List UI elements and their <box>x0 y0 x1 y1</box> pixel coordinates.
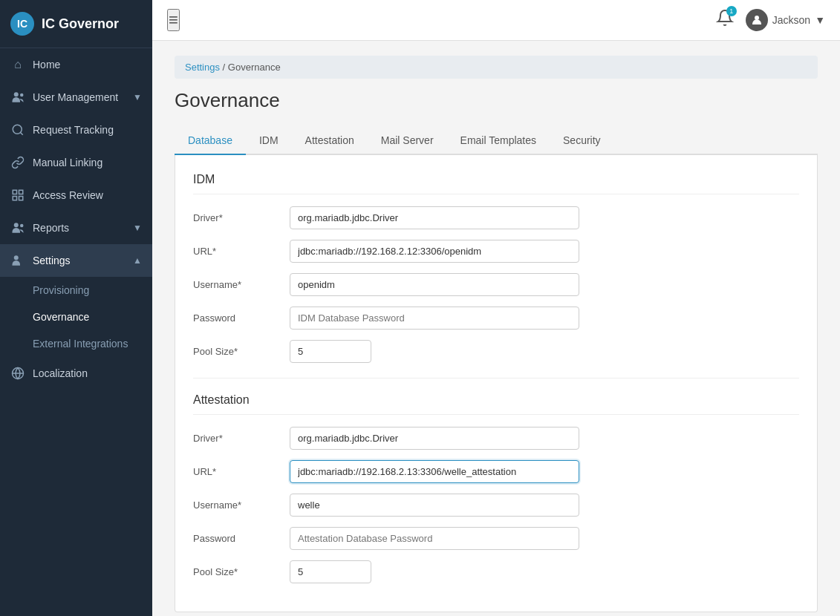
settings-icon <box>10 253 25 268</box>
svg-rect-5 <box>19 190 23 194</box>
reports-arrow: ▼ <box>133 223 142 233</box>
idm-url-input[interactable] <box>290 240 579 263</box>
sidebar-item-user-management-label: User Management <box>33 91 118 103</box>
access-review-icon <box>10 188 25 203</box>
att-pool-size-row: Pool Size* <box>193 560 799 583</box>
svg-point-1 <box>20 94 24 97</box>
svg-point-9 <box>20 224 24 228</box>
home-icon: ⌂ <box>10 57 25 72</box>
user-management-arrow: ▼ <box>133 92 142 102</box>
localization-label: Localization <box>33 367 88 379</box>
governance-label: Governance <box>33 311 89 323</box>
header-right: 1 Jackson ▼ <box>716 9 825 31</box>
idm-section-title: IDM <box>193 173 799 194</box>
att-driver-label: Driver* <box>193 433 290 444</box>
sidebar: IC IC Governor ⌂ Home User Management ▼ … <box>0 0 152 616</box>
att-url-input[interactable] <box>290 460 579 483</box>
idm-pool-size-row: Pool Size* <box>193 340 799 363</box>
sidebar-item-manual-linking[interactable]: Manual Linking <box>0 146 152 179</box>
tabs: Database IDM Attestation Mail Server Ema… <box>175 127 818 155</box>
sidebar-item-access-review-label: Access Review <box>33 189 103 201</box>
att-username-label: Username* <box>193 499 290 511</box>
sidebar-sub-item-governance[interactable]: Governance <box>0 304 152 330</box>
sidebar-item-reports[interactable]: Reports ▼ <box>0 212 152 244</box>
tab-security[interactable]: Security <box>550 127 614 155</box>
svg-rect-4 <box>13 190 16 194</box>
svg-point-0 <box>14 92 19 96</box>
request-tracking-icon <box>10 122 25 137</box>
idm-pool-size-label: Pool Size* <box>193 346 290 357</box>
breadcrumb-current: Governance <box>228 62 281 73</box>
sidebar-item-home[interactable]: ⌂ Home <box>0 48 152 81</box>
notification-badge: 1 <box>726 6 737 16</box>
svg-point-13 <box>755 16 759 20</box>
tab-attestation[interactable]: Attestation <box>292 127 368 155</box>
sidebar-item-settings[interactable]: Settings ▲ <box>0 244 152 277</box>
att-pool-size-label: Pool Size* <box>193 566 290 577</box>
svg-point-2 <box>13 125 22 134</box>
svg-point-8 <box>14 223 19 227</box>
main-area: ≡ 1 Jackson ▼ Settings / Governance Gove… <box>152 0 840 616</box>
idm-password-row: Password <box>193 307 799 330</box>
notification-button[interactable]: 1 <box>716 9 734 31</box>
sidebar-item-manual-linking-label: Manual Linking <box>33 157 102 168</box>
idm-username-row: Username* <box>193 273 799 296</box>
att-password-row: Password <box>193 527 799 550</box>
idm-username-label: Username* <box>193 279 290 290</box>
provisioning-label: Provisioning <box>33 284 89 296</box>
idm-password-label: Password <box>193 312 290 324</box>
logo-icon: IC <box>10 12 34 36</box>
tab-email-templates[interactable]: Email Templates <box>447 127 550 155</box>
user-avatar <box>746 9 768 31</box>
sidebar-sub-item-provisioning[interactable]: Provisioning <box>0 277 152 304</box>
idm-url-label: URL* <box>193 246 290 257</box>
attestation-section-title: Attestation <box>193 393 799 415</box>
att-password-label: Password <box>193 533 290 544</box>
att-username-input[interactable] <box>290 494 579 517</box>
content-area: Settings / Governance Governance Databas… <box>152 41 840 616</box>
idm-driver-row: Driver* <box>193 206 799 229</box>
tab-idm[interactable]: IDM <box>246 127 292 155</box>
external-integrations-label: External Integrations <box>33 338 128 350</box>
att-driver-row: Driver* <box>193 427 799 450</box>
att-url-label: URL* <box>193 466 290 477</box>
idm-driver-label: Driver* <box>193 212 290 223</box>
settings-panel: IDM Driver* URL* Username* Password <box>175 155 818 612</box>
sidebar-item-reports-label: Reports <box>33 222 69 234</box>
settings-arrow: ▲ <box>133 255 142 266</box>
svg-point-10 <box>14 255 19 260</box>
sidebar-item-user-management[interactable]: User Management ▼ <box>0 81 152 114</box>
breadcrumb: Settings / Governance <box>175 56 818 79</box>
reports-icon <box>10 220 25 235</box>
idm-pool-size-input[interactable] <box>290 340 371 363</box>
user-menu-button[interactable]: Jackson ▼ <box>746 9 825 31</box>
section-divider <box>193 378 799 379</box>
header: ≡ 1 Jackson ▼ <box>152 0 840 41</box>
user-name: Jackson <box>772 14 810 26</box>
att-pool-size-input[interactable] <box>290 560 371 583</box>
page-title: Governance <box>175 89 818 112</box>
tab-mail-server[interactable]: Mail Server <box>368 127 447 155</box>
sidebar-sub-item-external-integrations[interactable]: External Integrations <box>0 330 152 357</box>
svg-rect-7 <box>13 197 16 200</box>
breadcrumb-parent[interactable]: Settings <box>185 62 220 73</box>
app-logo[interactable]: IC IC Governor <box>0 0 152 48</box>
sidebar-item-settings-label: Settings <box>33 255 71 266</box>
svg-line-3 <box>20 132 22 134</box>
sidebar-item-localization[interactable]: Localization <box>0 357 152 390</box>
sidebar-item-access-review[interactable]: Access Review <box>0 179 152 212</box>
user-management-icon <box>10 90 25 105</box>
att-driver-input[interactable] <box>290 427 579 450</box>
svg-rect-6 <box>19 197 23 200</box>
sidebar-item-request-tracking-label: Request Tracking <box>33 124 114 136</box>
idm-username-input[interactable] <box>290 273 579 296</box>
idm-driver-input[interactable] <box>290 206 579 229</box>
idm-password-input[interactable] <box>290 307 579 330</box>
manual-linking-icon <box>10 155 25 170</box>
localization-icon <box>10 366 25 381</box>
tab-database[interactable]: Database <box>175 127 246 155</box>
sidebar-item-request-tracking[interactable]: Request Tracking <box>0 114 152 146</box>
hamburger-button[interactable]: ≡ <box>167 9 180 31</box>
breadcrumb-separator: / <box>223 62 226 73</box>
att-password-input[interactable] <box>290 527 579 550</box>
